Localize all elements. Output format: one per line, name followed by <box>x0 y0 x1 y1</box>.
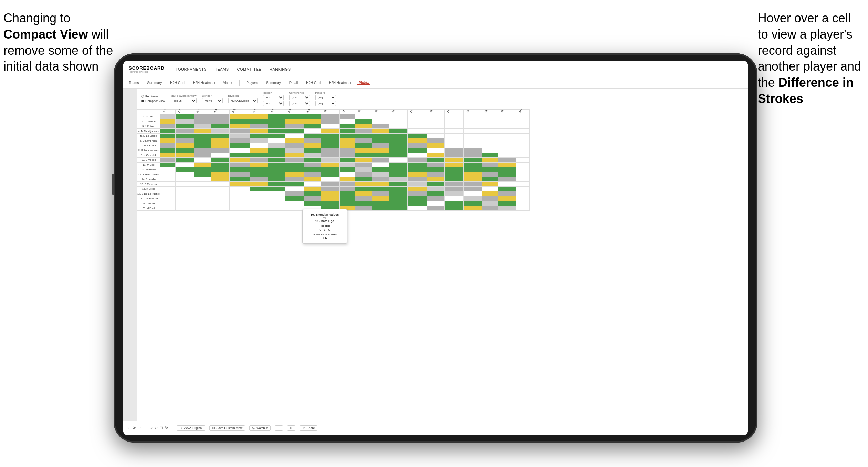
matrix-cell[interactable] <box>250 148 268 153</box>
matrix-cell[interactable] <box>444 191 463 196</box>
matrix-cell[interactable] <box>355 167 372 172</box>
matrix-cell[interactable] <box>427 148 444 153</box>
matrix-cell[interactable] <box>355 129 372 134</box>
matrix-cell[interactable] <box>285 158 304 163</box>
matrix-cell[interactable] <box>516 124 530 129</box>
matrix-cell[interactable] <box>355 143 372 148</box>
conference-select1[interactable]: (All) <box>289 95 310 100</box>
matrix-cell[interactable] <box>355 172 372 177</box>
matrix-cell[interactable] <box>175 134 194 138</box>
matrix-cell[interactable] <box>175 143 194 148</box>
matrix-cell[interactable] <box>250 187 268 191</box>
matrix-cell[interactable] <box>482 163 498 167</box>
matrix-cell[interactable] <box>444 196 463 201</box>
matrix-cell[interactable] <box>304 191 321 196</box>
matrix-cell[interactable] <box>516 138 530 143</box>
share-button[interactable]: ↗ Share <box>300 425 317 431</box>
matrix-cell[interactable] <box>175 196 194 201</box>
matrix-cell[interactable] <box>321 143 339 148</box>
matrix-cell[interactable] <box>160 177 176 182</box>
matrix-cell[interactable] <box>285 153 304 158</box>
matrix-cell[interactable] <box>463 163 482 167</box>
tab-players[interactable]: Players <box>245 81 259 85</box>
matrix-cell[interactable] <box>372 177 389 182</box>
matrix-cell[interactable] <box>372 134 389 138</box>
matrix-cell[interactable] <box>444 201 463 206</box>
matrix-cell[interactable] <box>444 143 463 148</box>
tab-h2h-heatmap1[interactable]: H2H Heatmap <box>191 81 216 85</box>
matrix-cell[interactable] <box>355 119 372 124</box>
matrix-cell[interactable] <box>268 196 285 201</box>
matrix-cell[interactable] <box>250 196 268 201</box>
matrix-cell[interactable] <box>230 191 250 196</box>
matrix-cell[interactable] <box>482 143 498 148</box>
matrix-cell[interactable] <box>339 114 355 119</box>
matrix-cell[interactable] <box>355 148 372 153</box>
matrix-cell[interactable] <box>498 177 516 182</box>
matrix-cell[interactable] <box>444 119 463 124</box>
matrix-cell[interactable] <box>321 153 339 158</box>
matrix-cell[interactable] <box>175 201 194 206</box>
matrix-cell[interactable] <box>444 177 463 182</box>
tab-h2h-grid2[interactable]: H2H Grid <box>305 81 322 85</box>
matrix-cell[interactable] <box>250 114 268 119</box>
matrix-cell[interactable] <box>463 129 482 134</box>
matrix-cell[interactable] <box>463 167 482 172</box>
matrix-cell[interactable] <box>516 114 530 119</box>
max-players-select[interactable]: Top 25 <box>171 98 197 103</box>
matrix-cell[interactable] <box>427 129 444 134</box>
matrix-cell[interactable] <box>160 187 176 191</box>
matrix-cell[interactable] <box>427 114 444 119</box>
matrix-cell[interactable] <box>211 167 230 172</box>
matrix-cell[interactable] <box>389 148 407 153</box>
matrix-cell[interactable] <box>463 119 482 124</box>
matrix-cell[interactable] <box>211 134 230 138</box>
matrix-cell[interactable] <box>339 191 355 196</box>
matrix-cell[interactable] <box>355 187 372 191</box>
matrix-cell[interactable] <box>389 172 407 177</box>
matrix-cell[interactable] <box>250 206 268 211</box>
redo-icon1[interactable]: ⟳ <box>133 426 136 430</box>
matrix-cell[interactable] <box>498 172 516 177</box>
matrix-cell[interactable] <box>407 148 427 153</box>
matrix-cell[interactable] <box>285 143 304 148</box>
matrix-cell[interactable] <box>160 153 176 158</box>
matrix-cell[interactable] <box>372 124 389 129</box>
matrix-cell[interactable] <box>339 201 355 206</box>
matrix-cell[interactable] <box>427 119 444 124</box>
matrix-cell[interactable] <box>285 119 304 124</box>
matrix-cell[interactable] <box>321 148 339 153</box>
matrix-cell[interactable] <box>160 138 176 143</box>
matrix-cell[interactable] <box>175 148 194 153</box>
matrix-cell[interactable] <box>407 191 427 196</box>
matrix-cell[interactable] <box>230 187 250 191</box>
matrix-cell[interactable] <box>321 124 339 129</box>
matrix-cell[interactable] <box>389 124 407 129</box>
matrix-cell[interactable] <box>175 187 194 191</box>
matrix-cell[interactable] <box>285 182 304 187</box>
matrix-cell[interactable] <box>498 114 516 119</box>
gender-select[interactable]: Men's <box>202 98 223 103</box>
matrix-cell[interactable] <box>211 138 230 143</box>
matrix-cell[interactable] <box>389 187 407 191</box>
matrix-cell[interactable] <box>268 114 285 119</box>
matrix-cell[interactable] <box>427 172 444 177</box>
matrix-cell[interactable] <box>194 138 211 143</box>
matrix-cell[interactable] <box>339 129 355 134</box>
matrix-cell[interactable] <box>321 129 339 134</box>
layout-button[interactable]: ⊟ <box>275 425 283 431</box>
matrix-cell[interactable] <box>498 182 516 187</box>
matrix-cell[interactable] <box>516 163 530 167</box>
matrix-cell[interactable] <box>321 191 339 196</box>
matrix-cell[interactable] <box>482 196 498 201</box>
matrix-cell[interactable] <box>444 167 463 172</box>
matrix-cell[interactable] <box>194 167 211 172</box>
matrix-cell[interactable] <box>482 206 498 211</box>
matrix-cell[interactable] <box>389 206 407 211</box>
matrix-cell[interactable] <box>321 196 339 201</box>
matrix-cell[interactable] <box>389 158 407 163</box>
matrix-cell[interactable] <box>498 196 516 201</box>
matrix-cell[interactable] <box>463 158 482 163</box>
matrix-cell[interactable] <box>427 153 444 158</box>
region-select2[interactable]: N/A <box>263 101 284 106</box>
